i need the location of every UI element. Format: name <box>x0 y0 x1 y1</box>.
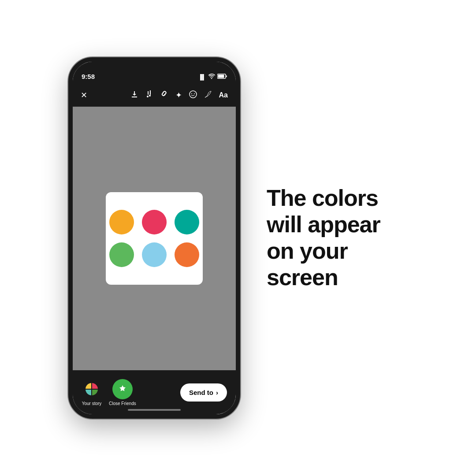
description-heading: The colors will appear on your screen <box>267 185 408 290</box>
svg-point-3 <box>191 93 192 94</box>
grid-q2 <box>92 383 98 389</box>
send-to-chevron-icon: › <box>216 389 218 396</box>
close-friends-label: Close Friends <box>109 401 136 406</box>
link-icon[interactable] <box>160 90 168 100</box>
music-icon[interactable] <box>145 90 153 100</box>
dots-row-1 <box>109 210 199 234</box>
dot-orange <box>109 210 134 234</box>
dot-green <box>109 242 134 267</box>
dots-row-2 <box>109 242 199 267</box>
battery-icon <box>217 74 227 80</box>
your-story-icon <box>82 379 102 399</box>
close-friends-icon <box>112 379 133 399</box>
signal-icon: ▐▌ <box>198 74 206 80</box>
phone-notch <box>121 62 187 75</box>
description-text: The colors will appear on your screen <box>267 185 408 290</box>
bottom-bar: Your story Close Friends Send to › <box>73 370 236 414</box>
page-container: 9:58 ▐▌ ✕ <box>0 0 476 476</box>
dot-light-blue <box>142 242 167 267</box>
color-card <box>106 192 203 285</box>
svg-point-2 <box>190 91 197 98</box>
svg-rect-1 <box>218 75 224 78</box>
story-options: Your story Close Friends <box>82 379 136 406</box>
sparkle-icon[interactable]: ✦ <box>175 90 182 100</box>
wifi-icon <box>208 74 215 80</box>
draw-icon[interactable] <box>204 90 212 100</box>
close-icon[interactable]: ✕ <box>81 90 87 100</box>
phone-mockup: 9:58 ▐▌ ✕ <box>68 57 240 419</box>
toolbar: ✕ ✦ <box>73 84 236 107</box>
status-time: 9:58 <box>82 73 95 80</box>
grid-q1 <box>86 383 91 389</box>
toolbar-icons-group: ✦ Aa <box>130 90 228 100</box>
download-icon[interactable] <box>130 90 138 100</box>
close-friends-option[interactable]: Close Friends <box>109 379 136 406</box>
send-to-label: Send to <box>189 389 213 396</box>
instagram-grid-icon <box>86 383 98 395</box>
grid-q3 <box>86 390 91 395</box>
status-icons: ▐▌ <box>198 74 227 80</box>
story-content <box>73 107 236 370</box>
text-icon[interactable]: Aa <box>219 91 228 99</box>
send-to-button[interactable]: Send to › <box>180 383 227 402</box>
svg-point-4 <box>194 93 195 94</box>
dot-orange-red <box>175 242 199 267</box>
dot-teal <box>175 210 199 234</box>
your-story-option[interactable]: Your story <box>82 379 102 406</box>
dot-pink-red <box>142 210 167 234</box>
grid-q4 <box>92 390 98 395</box>
your-story-label: Your story <box>82 401 102 406</box>
emoji-icon[interactable] <box>189 90 197 100</box>
home-indicator <box>128 409 181 411</box>
